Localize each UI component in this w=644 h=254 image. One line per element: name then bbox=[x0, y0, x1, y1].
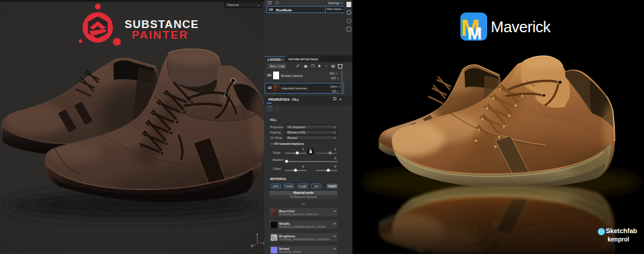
svg-text:Z: Z bbox=[251, 244, 253, 247]
svg-text:M: M bbox=[467, 24, 482, 41]
svg-text:PAINTER: PAINTER bbox=[132, 29, 188, 41]
svg-text:Y: Y bbox=[256, 233, 258, 237]
